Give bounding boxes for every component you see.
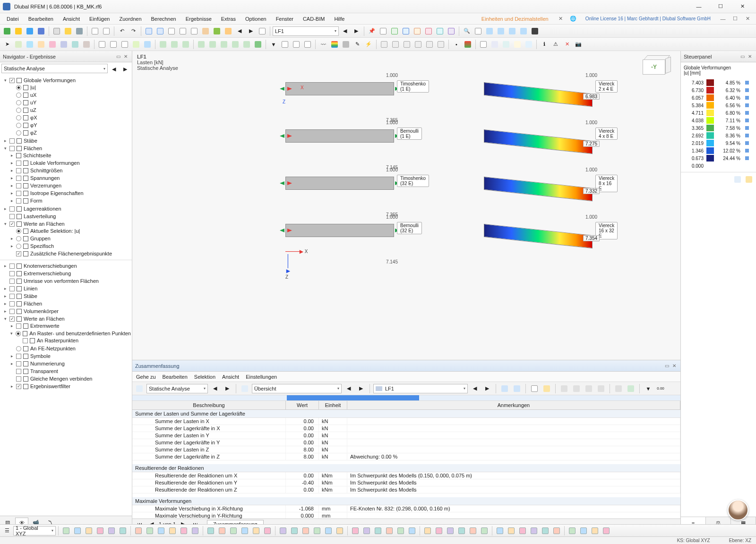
stop-icon[interactable] bbox=[257, 26, 267, 36]
print-icon[interactable] bbox=[74, 26, 85, 36]
tree-uy[interactable]: uY bbox=[30, 100, 36, 105]
open-icon[interactable] bbox=[13, 26, 24, 36]
st-next2-icon[interactable]: ▶ bbox=[356, 383, 366, 394]
next-result-icon[interactable]: ▶ bbox=[246, 26, 256, 36]
geo5-icon[interactable] bbox=[435, 26, 445, 36]
menu-berechnen[interactable]: Berechnen bbox=[146, 15, 181, 23]
bb-tool-6-icon[interactable] bbox=[133, 526, 144, 536]
canvas-3d[interactable]: LF1 Lasten [kN] Statische Analyse -Y 1.0… bbox=[132, 51, 680, 360]
tree-phiy[interactable]: φY bbox=[30, 122, 37, 128]
st-f-icon[interactable] bbox=[571, 383, 582, 394]
bb-tool-0-icon[interactable] bbox=[61, 526, 71, 536]
tree2-transp[interactable]: Transparent bbox=[30, 368, 58, 374]
tree2-volumen[interactable]: Volumenkörper bbox=[24, 308, 59, 314]
st-prev1-icon[interactable]: ◀ bbox=[210, 383, 220, 394]
r-del-icon[interactable]: ✕ bbox=[562, 39, 572, 50]
tree-stabe[interactable]: Stäbe bbox=[24, 138, 37, 144]
r-d3-icon[interactable] bbox=[402, 39, 412, 50]
summary-pin-icon[interactable]: ▭ bbox=[663, 363, 670, 369]
steuer-mode2-icon[interactable] bbox=[744, 174, 754, 185]
summary-close-icon[interactable]: ✕ bbox=[671, 363, 678, 369]
undo-icon[interactable]: ↶ bbox=[117, 26, 127, 36]
sm-einstellungen[interactable]: Einstellungen bbox=[246, 374, 277, 380]
r-t5-icon[interactable] bbox=[59, 39, 69, 50]
sm-selektion[interactable]: Selektion bbox=[194, 374, 215, 380]
lc-prev-icon[interactable]: ◀ bbox=[340, 26, 350, 36]
r-t13-icon[interactable] bbox=[158, 39, 168, 50]
bb-tool-13-icon[interactable] bbox=[217, 526, 227, 536]
iso-icon[interactable] bbox=[484, 26, 495, 36]
st-icon2[interactable] bbox=[240, 383, 250, 394]
tree-schicht[interactable]: Schichtseite bbox=[23, 153, 51, 158]
st-icon1[interactable] bbox=[134, 383, 145, 394]
view3-icon[interactable] bbox=[166, 26, 177, 36]
geo2-icon[interactable] bbox=[401, 26, 411, 36]
view2-icon[interactable] bbox=[155, 26, 165, 36]
geo6-icon[interactable] bbox=[446, 26, 456, 36]
pin-icon[interactable]: 📌 bbox=[367, 26, 377, 36]
table-row[interactable]: Summe der Lagerkräfte in X 0.00 kN bbox=[132, 425, 680, 432]
tree-spezifisch[interactable]: Spezifisch bbox=[30, 243, 54, 249]
r-filter-icon[interactable]: ▼ bbox=[268, 39, 279, 50]
view1-icon[interactable] bbox=[144, 26, 154, 36]
bb-tool-45-icon[interactable] bbox=[601, 526, 611, 536]
tree-schnitt[interactable]: Schnittgrößen bbox=[30, 168, 62, 173]
r-t17-icon[interactable] bbox=[207, 39, 218, 50]
tree2-anraster[interactable]: An Raster- und benutzerdefinierten Punkt… bbox=[29, 331, 131, 336]
bb-tool-22-icon[interactable] bbox=[323, 526, 334, 536]
mdi-min-icon[interactable]: — bbox=[718, 15, 728, 23]
tree2-umrisse[interactable]: Umrisse von verformten Flächen bbox=[24, 278, 99, 284]
top-icon[interactable] bbox=[496, 26, 506, 36]
r-grid4-icon[interactable] bbox=[512, 39, 523, 50]
tree-lager[interactable]: Lagerreaktionen bbox=[24, 206, 61, 212]
r-warn-icon[interactable]: ⚠ bbox=[550, 39, 561, 50]
bb-tool-8-icon[interactable] bbox=[156, 526, 166, 536]
tree2-flachen[interactable]: Flächen bbox=[24, 301, 42, 306]
menu-datei[interactable]: Datei bbox=[2, 15, 24, 23]
r-d1-icon[interactable] bbox=[379, 39, 389, 50]
st-g-icon[interactable] bbox=[584, 383, 594, 394]
close-button[interactable]: ✕ bbox=[731, 0, 753, 13]
st-b-icon[interactable] bbox=[512, 383, 522, 394]
front-icon[interactable] bbox=[507, 26, 517, 36]
tree-gruppen[interactable]: Gruppen bbox=[30, 236, 51, 241]
steuer-close-icon[interactable]: ✕ bbox=[747, 53, 753, 60]
bb-tool-10-icon[interactable] bbox=[179, 526, 189, 536]
bb-tool-16-icon[interactable] bbox=[251, 526, 261, 536]
minimize-button[interactable]: — bbox=[688, 0, 710, 13]
table-row[interactable]: Resultierende der Reaktionen um Y -0.40 … bbox=[132, 479, 680, 486]
tree-lokale[interactable]: Lokale Verformungen bbox=[30, 160, 80, 166]
fit-icon[interactable] bbox=[473, 26, 483, 36]
tree2-extremv[interactable]: Extremverschiebung bbox=[24, 271, 71, 276]
st-h-icon[interactable] bbox=[596, 383, 606, 394]
bb-tool-37-icon[interactable] bbox=[506, 526, 516, 536]
geo3-icon[interactable] bbox=[412, 26, 422, 36]
bb-tool-43-icon[interactable] bbox=[578, 526, 589, 536]
r-t12-icon[interactable] bbox=[142, 39, 153, 50]
navigator-pin-icon[interactable]: ▭ bbox=[115, 53, 121, 60]
r-t14-icon[interactable] bbox=[169, 39, 180, 50]
st-combo2[interactable]: Übersicht bbox=[252, 384, 342, 393]
r-bolt-icon[interactable]: ⚡ bbox=[363, 39, 374, 50]
maximize-button[interactable]: ☐ bbox=[710, 0, 731, 13]
tree2-symbole[interactable]: Symbole bbox=[30, 353, 51, 359]
geo4-icon[interactable] bbox=[423, 26, 434, 36]
bb-tool-5-icon[interactable] bbox=[118, 526, 128, 536]
bb-tool-41-icon[interactable] bbox=[551, 526, 562, 536]
tree-spannungen[interactable]: Spannungen bbox=[30, 175, 60, 181]
r-t11-icon[interactable] bbox=[131, 39, 141, 50]
st-prev3-icon[interactable]: ◀ bbox=[470, 383, 480, 394]
tree2-stabe[interactable]: Stäbe bbox=[24, 293, 37, 299]
bb-tool-32-icon[interactable] bbox=[445, 526, 455, 536]
copy-icon[interactable] bbox=[52, 26, 62, 36]
view4-icon[interactable] bbox=[178, 26, 188, 36]
list-icon[interactable] bbox=[90, 26, 100, 36]
check-icon[interactable] bbox=[212, 26, 222, 36]
calc-icon[interactable] bbox=[200, 26, 211, 36]
tree-uz[interactable]: uZ bbox=[30, 107, 36, 113]
bb-tool-24-icon[interactable] bbox=[350, 526, 361, 536]
r-wave-icon[interactable]: 〰 bbox=[318, 39, 328, 50]
bb-tool-12-icon[interactable] bbox=[206, 526, 216, 536]
side-icon[interactable] bbox=[518, 26, 529, 36]
r-arrow-icon[interactable]: ➤ bbox=[2, 39, 12, 50]
